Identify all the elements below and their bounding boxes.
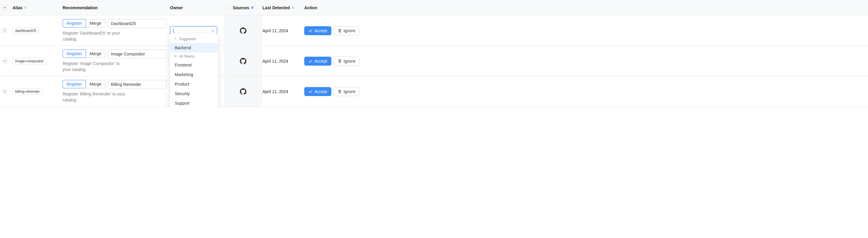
service-name-input[interactable] [108,80,166,89]
github-icon [240,27,246,34]
column-label: Alias [12,5,22,10]
table-row: + billing-reminder Register Merge Regist… [0,76,868,107]
ignore-button[interactable]: Ignore [334,26,360,35]
button-label: Accept [314,28,327,33]
register-toggle[interactable]: Register [63,50,86,58]
button-label: Accept [314,59,327,63]
last-detected-date: April 11, 2024 [262,89,288,94]
column-label: Recommendation [63,5,97,10]
text-cursor [173,28,174,33]
recommendation-help-text: Register 'Billing Reminder' to your cata… [63,91,128,103]
column-header-owner: Owner [170,5,224,10]
column-label: Last Detected [262,5,290,10]
last-detected-date: April 11, 2024 [262,28,288,33]
dropdown-item[interactable]: Security [170,89,218,98]
merge-toggle[interactable]: Merge [86,19,105,27]
github-icon [240,58,246,64]
sort-icon [24,6,27,9]
accept-button[interactable]: Accept [304,26,331,35]
alias-tag: image-compositor [12,58,46,64]
service-name-input[interactable] [108,19,166,28]
button-label: Ignore [344,28,355,33]
expand-row-button[interactable]: + [2,28,7,33]
recommendation-toggle: Register Merge [63,50,105,58]
merge-toggle[interactable]: Merge [86,80,105,88]
dropdown-group-suggested: Suggested [170,35,218,43]
expand-row-button[interactable]: + [2,59,7,63]
trash-icon [338,29,342,33]
svg-point-0 [175,55,176,56]
sparkle-icon [174,37,177,41]
owner-dropdown: Suggested Backend All Teams Frontend Mar… [170,33,218,107]
column-header-alias[interactable]: Alias [12,5,63,10]
alias-tag: dashboard25 [12,27,39,34]
accept-button[interactable]: Accept [304,57,331,66]
dropdown-item[interactable]: Frontend [170,60,218,70]
alias-tag: billing-reminder [12,88,42,95]
dropdown-item-backend[interactable]: Backend [170,43,218,53]
column-header-sources[interactable]: Sources [224,5,262,10]
recommendation-help-text: Register 'Image Compositor' to your cata… [63,61,128,72]
trash-icon [338,59,342,63]
people-icon [174,55,177,58]
recommendation-toggle: Register Merge [63,19,105,27]
dropdown-item[interactable]: Product [170,79,218,89]
table-row: + dashboard25 Register Merge Register 'D… [0,16,868,46]
dropdown-item[interactable]: Support [170,98,218,107]
svg-point-1 [176,56,177,56]
trash-icon [338,89,342,94]
column-header-action: Action [304,5,868,10]
column-header-last-detected[interactable]: Last Detected [262,5,304,10]
sort-icon [292,6,294,9]
sort-icon [251,6,253,9]
column-label: Owner [170,5,183,10]
expand-row-button[interactable]: + [2,89,7,94]
github-icon [240,88,246,95]
service-name-input[interactable] [108,50,166,58]
check-icon [308,29,313,33]
check-icon [308,89,313,94]
ignore-button[interactable]: Ignore [334,87,360,96]
button-label: Ignore [344,89,355,94]
table-row: + image-compositor Register Merge Regist… [0,46,868,76]
recommendation-help-text: Register 'Dashboard25' to your catalog. [63,30,128,42]
group-label: All Teams [179,54,194,58]
register-toggle[interactable]: Register [63,19,86,27]
last-detected-date: April 11, 2024 [262,59,288,63]
column-label: Action [304,5,317,10]
chevron-up-icon [212,30,214,31]
dropdown-item[interactable]: Marketing [170,70,218,79]
group-label: Suggested [179,37,196,41]
table-header-row: + Alias Recommendation Owner Sources Las… [0,0,868,16]
button-label: Accept [314,89,327,94]
merge-toggle[interactable]: Merge [86,50,105,58]
ignore-button[interactable]: Ignore [334,57,360,66]
expand-all-button[interactable]: + [2,5,7,10]
services-table: + Alias Recommendation Owner Sources Las… [0,0,868,107]
recommendation-toggle: Register Merge [63,80,105,88]
register-toggle[interactable]: Register [63,80,86,88]
column-label: Sources [232,5,249,10]
dropdown-group-all-teams: All Teams [170,53,218,60]
column-header-recommendation: Recommendation [63,2,170,14]
accept-button[interactable]: Accept [304,87,331,96]
button-label: Ignore [344,59,355,63]
check-icon [308,59,313,63]
